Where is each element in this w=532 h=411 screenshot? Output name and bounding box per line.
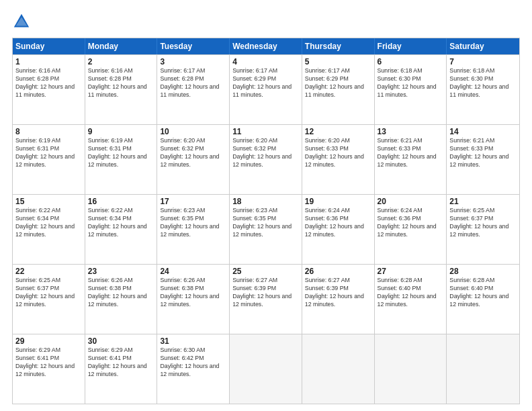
calendar-header: SundayMondayTuesdayWednesdayThursdayFrid…	[13, 38, 519, 54]
day-number: 20	[378, 197, 444, 206]
day-cell-27: 27Sunrise: 6:28 AMSunset: 6:40 PMDayligh…	[375, 265, 447, 334]
week-row-5: 29Sunrise: 6:29 AMSunset: 6:41 PMDayligh…	[13, 334, 519, 404]
day-cell-18: 18Sunrise: 6:23 AMSunset: 6:35 PMDayligh…	[230, 195, 302, 264]
day-number: 3	[160, 57, 226, 66]
header-day-thursday: Thursday	[302, 38, 375, 54]
cell-info: Sunrise: 6:21 AMSunset: 6:33 PMDaylight:…	[449, 137, 517, 169]
cell-info: Sunrise: 6:17 AMSunset: 6:28 PMDaylight:…	[160, 67, 226, 99]
cell-info: Sunrise: 6:23 AMSunset: 6:35 PMDaylight:…	[232, 207, 299, 239]
cell-info: Sunrise: 6:19 AMSunset: 6:31 PMDaylight:…	[88, 137, 154, 169]
day-cell-1: 1Sunrise: 6:16 AMSunset: 6:28 PMDaylight…	[13, 55, 85, 124]
day-number: 19	[305, 197, 371, 206]
day-number: 14	[449, 127, 517, 136]
logo	[12, 12, 34, 31]
day-number: 31	[160, 336, 226, 346]
day-number: 23	[88, 267, 154, 276]
day-cell-20: 20Sunrise: 6:24 AMSunset: 6:36 PMDayligh…	[375, 195, 447, 264]
week-row-4: 22Sunrise: 6:25 AMSunset: 6:37 PMDayligh…	[13, 264, 519, 334]
cell-info: Sunrise: 6:21 AMSunset: 6:33 PMDaylight:…	[378, 137, 444, 169]
page: SundayMondayTuesdayWednesdayThursdayFrid…	[0, 0, 532, 411]
day-cell-17: 17Sunrise: 6:23 AMSunset: 6:35 PMDayligh…	[157, 195, 230, 264]
cell-info: Sunrise: 6:19 AMSunset: 6:31 PMDaylight:…	[15, 137, 82, 169]
calendar: SundayMondayTuesdayWednesdayThursdayFrid…	[12, 38, 520, 404]
day-cell-15: 15Sunrise: 6:22 AMSunset: 6:34 PMDayligh…	[13, 195, 85, 264]
cell-info: Sunrise: 6:25 AMSunset: 6:37 PMDaylight:…	[449, 207, 517, 239]
day-cell-9: 9Sunrise: 6:19 AMSunset: 6:31 PMDaylight…	[85, 125, 158, 194]
day-number: 24	[160, 267, 226, 276]
cell-info: Sunrise: 6:18 AMSunset: 6:30 PMDaylight:…	[449, 67, 517, 99]
day-number: 8	[15, 127, 82, 136]
cell-info: Sunrise: 6:25 AMSunset: 6:37 PMDaylight:…	[15, 277, 82, 309]
day-number: 5	[305, 57, 371, 66]
cell-info: Sunrise: 6:26 AMSunset: 6:38 PMDaylight:…	[88, 277, 154, 309]
header-day-sunday: Sunday	[13, 38, 85, 54]
day-number: 13	[378, 127, 444, 136]
empty-cell	[302, 334, 375, 404]
day-number: 11	[232, 127, 299, 136]
day-cell-24: 24Sunrise: 6:26 AMSunset: 6:38 PMDayligh…	[157, 265, 230, 334]
day-number: 21	[449, 197, 517, 206]
day-cell-22: 22Sunrise: 6:25 AMSunset: 6:37 PMDayligh…	[13, 265, 85, 334]
empty-cell	[375, 334, 447, 404]
day-cell-31: 31Sunrise: 6:30 AMSunset: 6:42 PMDayligh…	[157, 334, 230, 404]
day-cell-26: 26Sunrise: 6:27 AMSunset: 6:39 PMDayligh…	[302, 265, 375, 334]
cell-info: Sunrise: 6:27 AMSunset: 6:39 PMDaylight:…	[305, 277, 371, 309]
cell-info: Sunrise: 6:17 AMSunset: 6:29 PMDaylight:…	[305, 67, 371, 99]
day-number: 2	[88, 57, 154, 66]
header-day-tuesday: Tuesday	[157, 38, 230, 54]
day-cell-5: 5Sunrise: 6:17 AMSunset: 6:29 PMDaylight…	[302, 55, 375, 124]
cell-info: Sunrise: 6:23 AMSunset: 6:35 PMDaylight:…	[160, 207, 226, 239]
day-cell-28: 28Sunrise: 6:28 AMSunset: 6:40 PMDayligh…	[447, 265, 519, 334]
day-cell-21: 21Sunrise: 6:25 AMSunset: 6:37 PMDayligh…	[447, 195, 519, 264]
header-day-monday: Monday	[85, 38, 158, 54]
day-number: 12	[305, 127, 371, 136]
cell-info: Sunrise: 6:16 AMSunset: 6:28 PMDaylight:…	[88, 67, 154, 99]
day-number: 4	[232, 57, 299, 66]
day-number: 15	[15, 197, 82, 206]
day-cell-11: 11Sunrise: 6:20 AMSunset: 6:32 PMDayligh…	[230, 125, 302, 194]
cell-info: Sunrise: 6:20 AMSunset: 6:32 PMDaylight:…	[232, 137, 299, 169]
empty-cell	[447, 334, 519, 404]
empty-cell	[230, 334, 302, 404]
day-cell-29: 29Sunrise: 6:29 AMSunset: 6:41 PMDayligh…	[13, 334, 85, 404]
cell-info: Sunrise: 6:17 AMSunset: 6:29 PMDaylight:…	[232, 67, 299, 99]
day-number: 28	[449, 267, 517, 276]
cell-info: Sunrise: 6:26 AMSunset: 6:38 PMDaylight:…	[160, 277, 226, 309]
day-number: 26	[305, 267, 371, 276]
day-number: 16	[88, 197, 154, 206]
cell-info: Sunrise: 6:18 AMSunset: 6:30 PMDaylight:…	[378, 67, 444, 99]
cell-info: Sunrise: 6:28 AMSunset: 6:40 PMDaylight:…	[378, 277, 444, 309]
cell-info: Sunrise: 6:24 AMSunset: 6:36 PMDaylight:…	[305, 207, 371, 239]
day-number: 25	[232, 267, 299, 276]
day-number: 10	[160, 127, 226, 136]
day-cell-4: 4Sunrise: 6:17 AMSunset: 6:29 PMDaylight…	[230, 55, 302, 124]
day-cell-14: 14Sunrise: 6:21 AMSunset: 6:33 PMDayligh…	[447, 125, 519, 194]
cell-info: Sunrise: 6:22 AMSunset: 6:34 PMDaylight:…	[88, 207, 154, 239]
day-cell-3: 3Sunrise: 6:17 AMSunset: 6:28 PMDaylight…	[157, 55, 230, 124]
logo-icon	[12, 12, 31, 31]
day-cell-25: 25Sunrise: 6:27 AMSunset: 6:39 PMDayligh…	[230, 265, 302, 334]
header	[12, 12, 520, 31]
day-number: 9	[88, 127, 154, 136]
day-number: 30	[88, 336, 154, 346]
cell-info: Sunrise: 6:24 AMSunset: 6:36 PMDaylight:…	[378, 207, 444, 239]
day-number: 7	[449, 57, 517, 66]
day-cell-13: 13Sunrise: 6:21 AMSunset: 6:33 PMDayligh…	[375, 125, 447, 194]
day-number: 6	[378, 57, 444, 66]
day-number: 1	[15, 57, 82, 66]
cell-info: Sunrise: 6:30 AMSunset: 6:42 PMDaylight:…	[160, 347, 226, 379]
week-row-3: 15Sunrise: 6:22 AMSunset: 6:34 PMDayligh…	[13, 194, 519, 264]
day-cell-7: 7Sunrise: 6:18 AMSunset: 6:30 PMDaylight…	[447, 55, 519, 124]
day-cell-10: 10Sunrise: 6:20 AMSunset: 6:32 PMDayligh…	[157, 125, 230, 194]
day-cell-19: 19Sunrise: 6:24 AMSunset: 6:36 PMDayligh…	[302, 195, 375, 264]
day-number: 29	[15, 336, 82, 346]
cell-info: Sunrise: 6:20 AMSunset: 6:33 PMDaylight:…	[305, 137, 371, 169]
day-cell-23: 23Sunrise: 6:26 AMSunset: 6:38 PMDayligh…	[85, 265, 158, 334]
day-cell-30: 30Sunrise: 6:29 AMSunset: 6:41 PMDayligh…	[85, 334, 158, 404]
week-row-1: 1Sunrise: 6:16 AMSunset: 6:28 PMDaylight…	[13, 54, 519, 124]
cell-info: Sunrise: 6:29 AMSunset: 6:41 PMDaylight:…	[88, 347, 154, 379]
calendar-body: 1Sunrise: 6:16 AMSunset: 6:28 PMDaylight…	[13, 54, 519, 404]
cell-info: Sunrise: 6:22 AMSunset: 6:34 PMDaylight:…	[15, 207, 82, 239]
header-day-friday: Friday	[375, 38, 447, 54]
day-cell-8: 8Sunrise: 6:19 AMSunset: 6:31 PMDaylight…	[13, 125, 85, 194]
